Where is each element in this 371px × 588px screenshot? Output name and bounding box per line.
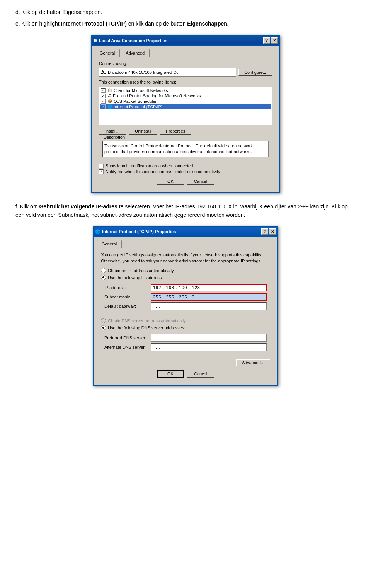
- dns-subgroup: Preferred DNS server: . . . Alternate DN…: [101, 332, 270, 356]
- dialog1-ok-cancel: OK Cancel: [99, 178, 272, 185]
- dialog2-content: General You can get IP settings assigned…: [94, 237, 277, 385]
- obtain-dns-radio-row: Obtain DNS server address automatically: [101, 318, 270, 323]
- advanced-button[interactable]: Advanced...: [236, 359, 270, 366]
- local-area-connection-dialog: 🖥 Local Area Connection Properties ? ✕ G…: [91, 35, 280, 193]
- file-sharing-icon: 🖨: [107, 94, 111, 98]
- advanced-row: Advanced...: [101, 359, 270, 366]
- obtain-auto-radio[interactable]: [101, 268, 106, 273]
- show-icon-label: Show icon in notification area when conn…: [106, 164, 193, 168]
- description-groupbox: Description Transmission Control Protoco…: [99, 138, 272, 160]
- use-following-radio-row: Use the following IP address:: [101, 275, 270, 280]
- instruction-e: e. Klik en highlight Internet Protocol (…: [15, 19, 356, 28]
- preferred-dns-row: Preferred DNS server: . . .: [104, 334, 267, 342]
- dialog1-titlebar: 🖥 Local Area Connection Properties ? ✕: [92, 36, 279, 45]
- dialog2-title-buttons: ? ✕: [261, 228, 276, 235]
- items-label: This connection uses the following items…: [99, 80, 176, 84]
- description-text: Transmission Control Protocol/Internet P…: [104, 143, 253, 154]
- alternate-dns-row: Alternate DNS server: . . .: [104, 343, 267, 351]
- use-following-radio[interactable]: [101, 275, 106, 280]
- instruction-f-bold: Gebruik het volgende IP-adres: [39, 203, 117, 210]
- default-gateway-value: . . .: [153, 304, 160, 308]
- ip-address-label: IP address:: [104, 285, 151, 290]
- dialog1-close-button[interactable]: ✕: [271, 37, 278, 44]
- checkbox-qos[interactable]: [101, 99, 106, 104]
- dialog2-title-icon: 🌐: [95, 229, 100, 234]
- tab-advanced[interactable]: Advanced: [121, 49, 150, 57]
- alternate-dns-value: . . .: [153, 345, 160, 349]
- use-dns-radio[interactable]: [101, 325, 106, 330]
- properties-button[interactable]: Properties: [160, 128, 191, 135]
- dialog1-tabs: General Advanced: [95, 49, 276, 57]
- instruction-e-bold2: Eigenschappen.: [187, 20, 228, 27]
- obtain-dns-radio[interactable]: [101, 318, 106, 323]
- dialog1-cancel-button[interactable]: Cancel: [187, 178, 214, 185]
- list-item-qos[interactable]: 📦 QoS Packet Scheduler: [100, 99, 271, 104]
- dialog2-ok-cancel: OK Cancel: [101, 370, 270, 378]
- dialog2-wrapper: 🌐 Internet Protocol (TCP/IP) Properties …: [15, 226, 356, 386]
- adapter-name-text: Broadcom 440x 10/100 Integrated Cc: [108, 70, 179, 75]
- notify-row: Notify me when this connection has limit…: [99, 169, 272, 174]
- network-icon: 🖧: [101, 69, 106, 75]
- dialog1-ok-button[interactable]: OK: [157, 178, 184, 185]
- use-dns-label: Use the following DNS server addresses:: [108, 326, 186, 330]
- ip-address-input[interactable]: 192 . 168 . 100 . 123: [151, 284, 267, 291]
- dialog1-title-buttons: ? ✕: [263, 37, 278, 44]
- alternate-dns-label: Alternate DNS server:: [104, 345, 151, 349]
- list-item-client[interactable]: 📋 Client for Microsoft Networks: [100, 88, 271, 93]
- connect-using-row: Connect using:: [99, 61, 272, 66]
- dialog1-panel: Connect using: 🖧 Broadcom 440x 10/100 In…: [95, 57, 276, 189]
- instruction-f-prefix: f. Klik om: [15, 203, 39, 210]
- dialog2-titlebar: 🌐 Internet Protocol (TCP/IP) Properties …: [94, 227, 277, 236]
- qos-label: QoS Packet Scheduler: [114, 99, 157, 104]
- dialog2-tabs: General: [97, 240, 274, 248]
- dialog1-title-icon: 🖥: [93, 38, 97, 43]
- checkbox-tcpip[interactable]: [101, 104, 106, 109]
- use-dns-radio-row: Use the following DNS server addresses:: [101, 325, 270, 330]
- subnet-mask-label: Subnet mask:: [104, 295, 151, 299]
- dialog2-title: Internet Protocol (TCP/IP) Properties: [102, 229, 261, 234]
- notify-label: Notify me when this connection has limit…: [106, 169, 220, 174]
- show-icon-row: Show icon in notification area when conn…: [99, 164, 272, 168]
- instruction-e-suffix: en klik dan op de button: [127, 20, 187, 27]
- dialog2-ok-button[interactable]: OK: [157, 370, 184, 378]
- description-text-box: Transmission Control Protocol/Internet P…: [102, 141, 269, 157]
- dialog2-panel: You can get IP settings assigned automat…: [97, 248, 274, 382]
- subnet-mask-input[interactable]: 255 . 255 . 255 . 0: [151, 293, 267, 301]
- connect-using-label: Connect using:: [99, 61, 127, 66]
- checkbox-client[interactable]: [101, 88, 106, 93]
- client-icon: 📋: [107, 88, 112, 92]
- notify-checkbox[interactable]: [99, 169, 104, 174]
- dialog2-tab-general[interactable]: General: [97, 240, 122, 248]
- dialog1-title: Local Area Connection Properties: [99, 38, 263, 43]
- ip-subgroup: IP address: 192 . 168 . 100 . 123 Subnet…: [101, 282, 270, 315]
- dialog2-close-button[interactable]: ✕: [269, 228, 276, 235]
- show-icon-checkbox[interactable]: [99, 164, 104, 168]
- ip-address-row: IP address: 192 . 168 . 100 . 123: [104, 284, 267, 291]
- default-gateway-label: Default gateway:: [104, 304, 151, 308]
- list-item-tcpip[interactable]: 🌐 Internet Protocol (TCP/IP): [100, 104, 271, 109]
- obtain-auto-label: Obtain an IP address automatically: [108, 268, 174, 273]
- dialog2-help-button[interactable]: ?: [261, 228, 268, 235]
- connect-using-input-row: 🖧 Broadcom 440x 10/100 Integrated Cc Con…: [99, 68, 272, 77]
- client-label: Client for Microsoft Networks: [114, 88, 168, 93]
- checkbox-file-sharing[interactable]: [101, 94, 106, 98]
- preferred-dns-input[interactable]: . . .: [151, 334, 267, 342]
- items-listbox[interactable]: 📋 Client for Microsoft Networks 🖨 File a…: [99, 87, 272, 125]
- install-button[interactable]: Install...: [99, 128, 126, 135]
- connect-using-input: 🖧 Broadcom 440x 10/100 Integrated Cc: [99, 68, 236, 77]
- qos-icon: 📦: [107, 99, 112, 103]
- dialog1-help-button[interactable]: ?: [263, 37, 270, 44]
- default-gateway-input[interactable]: . . .: [151, 302, 267, 310]
- dialog2-cancel-button[interactable]: Cancel: [187, 370, 214, 378]
- tcpip-icon: 🌐: [107, 104, 112, 109]
- list-item-file-sharing[interactable]: 🖨 File and Printer Sharing for Microsoft…: [100, 93, 271, 99]
- alternate-dns-input[interactable]: . . .: [151, 343, 267, 351]
- file-sharing-label: File and Printer Sharing for Microsoft N…: [113, 94, 201, 98]
- uninstall-button[interactable]: Uninstall: [129, 128, 157, 135]
- preferred-dns-label: Preferred DNS server:: [104, 336, 151, 340]
- description-label: Description: [102, 135, 126, 140]
- configure-button[interactable]: Configure...: [238, 69, 272, 76]
- obtain-dns-label: Obtain DNS server address automatically: [108, 319, 186, 323]
- tab-general[interactable]: General: [95, 49, 120, 57]
- instruction-d: d. Klik op de button Eigenschappen.: [15, 8, 356, 16]
